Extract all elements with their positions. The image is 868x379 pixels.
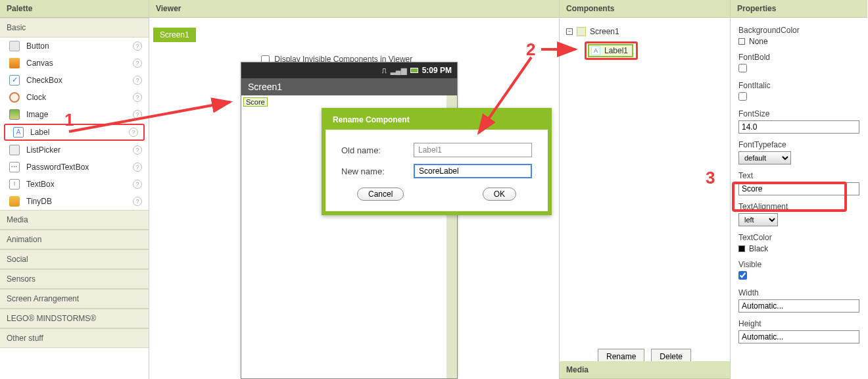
prop-height-label: Height xyxy=(738,319,859,328)
phone-time: 5:09 PM xyxy=(422,66,452,75)
ok-button[interactable]: OK xyxy=(483,188,516,201)
prop-height-input[interactable] xyxy=(738,330,859,343)
prop-visible-checkbox[interactable] xyxy=(738,271,747,280)
tree-row-label1[interactable]: A Label1 xyxy=(585,40,723,61)
canvas-icon xyxy=(9,58,20,68)
palette-item-listpicker[interactable]: ListPicker ? xyxy=(0,141,149,159)
help-icon[interactable]: ? xyxy=(133,180,142,189)
tree-label: Label1 xyxy=(604,46,628,55)
palette-item-tinydb[interactable]: TinyDB ? xyxy=(0,193,149,210)
palette-item-image[interactable]: Image ? xyxy=(0,106,149,123)
palette-item-label: TinyDB xyxy=(26,197,133,206)
color-swatch-black xyxy=(738,245,745,252)
prop-fontsize-label: FontSize xyxy=(738,109,859,118)
palette-group-basic[interactable]: Basic xyxy=(0,18,149,38)
palette-group-animation[interactable]: Animation xyxy=(0,230,149,249)
palette-item-canvas[interactable]: Canvas ? xyxy=(0,55,149,72)
prop-width-label: Width xyxy=(738,288,859,297)
prop-textalign-label: TextAlignment xyxy=(738,202,859,211)
prop-width-input[interactable] xyxy=(738,299,859,313)
screen-selector[interactable]: Screen1 xyxy=(153,28,196,42)
prop-fontitalic-checkbox[interactable] xyxy=(738,92,747,101)
dialog-title: Rename Component xyxy=(325,111,548,130)
score-label-preview[interactable]: Score xyxy=(243,97,268,107)
palette-item-label: Image xyxy=(26,110,133,119)
palette-item-checkbox[interactable]: ✓ CheckBox ? xyxy=(0,72,149,89)
palette-group-media[interactable]: Media xyxy=(0,210,149,230)
prop-backgroundcolor-label: BackgroundColor xyxy=(738,26,859,35)
palette-group-lego[interactable]: LEGO® MINDSTORMS® xyxy=(0,309,149,328)
help-icon[interactable]: ? xyxy=(133,76,142,85)
palette-item-passwordtextbox[interactable]: ••• PasswordTextBox ? xyxy=(0,159,149,176)
viewer-header: Viewer xyxy=(149,0,559,18)
components-panel: Components − Screen1 A Label1 Rename Del… xyxy=(560,0,731,379)
tree-row-screen1[interactable]: − Screen1 xyxy=(566,26,723,38)
tinydb-icon xyxy=(9,196,20,207)
palette-item-button[interactable]: Button ? xyxy=(0,38,149,55)
palette-item-label: Canvas xyxy=(26,59,133,68)
palette-group-social[interactable]: Social xyxy=(0,249,149,269)
prop-textcolor-label: TextColor xyxy=(738,233,859,242)
components-header: Components xyxy=(560,0,730,18)
palette-panel: Palette Basic Button ? Canvas ? ✓ CheckB… xyxy=(0,0,149,379)
prop-backgroundcolor-text: None xyxy=(749,37,768,46)
old-name-label: Old name: xyxy=(341,145,414,155)
signal-icon: ▂▄▆ xyxy=(391,66,406,75)
palette-item-label: PasswordTextBox xyxy=(26,163,133,172)
palette-header: Palette xyxy=(0,0,149,18)
help-icon[interactable]: ? xyxy=(133,163,142,172)
help-icon[interactable]: ? xyxy=(133,59,142,68)
color-swatch-none xyxy=(738,38,745,45)
network-icon: ⎍ xyxy=(382,66,387,74)
help-icon[interactable]: ? xyxy=(133,41,142,51)
prop-text-label: Text xyxy=(738,171,859,180)
phone-status-bar: ⎍ ▂▄▆ 5:09 PM xyxy=(241,63,457,78)
annotation-3: 3 xyxy=(706,168,715,188)
palette-item-textbox[interactable]: I TextBox ? xyxy=(0,176,149,193)
help-icon[interactable]: ? xyxy=(133,197,142,206)
listpicker-icon xyxy=(9,145,20,155)
prop-textcolor-value[interactable]: Black xyxy=(738,244,859,253)
properties-panel: Properties BackgroundColor None FontBold… xyxy=(731,0,867,379)
palette-group-other[interactable]: Other stuff xyxy=(0,328,149,348)
prop-visible-label: Visible xyxy=(738,260,859,269)
media-header: Media xyxy=(560,361,730,379)
tree-collapse-icon[interactable]: − xyxy=(566,28,573,35)
palette-item-label: CheckBox xyxy=(26,76,133,85)
clock-icon xyxy=(9,92,20,103)
prop-fonttypeface-select[interactable]: default xyxy=(738,151,791,164)
new-name-input[interactable] xyxy=(414,164,532,178)
old-name-input[interactable] xyxy=(414,143,532,157)
screen-icon xyxy=(577,27,586,36)
help-icon[interactable]: ? xyxy=(133,145,142,155)
palette-item-label-text: Label xyxy=(30,128,129,137)
help-icon[interactable]: ? xyxy=(133,110,142,119)
help-icon[interactable]: ? xyxy=(129,128,138,137)
checkbox-icon: ✓ xyxy=(9,75,20,86)
palette-item-label[interactable]: A Label ? xyxy=(4,124,145,141)
cancel-button[interactable]: Cancel xyxy=(357,188,404,201)
palette-group-sensors[interactable]: Sensors xyxy=(0,269,149,289)
palette-item-label: TextBox xyxy=(26,180,133,189)
prop-fontsize-input[interactable] xyxy=(738,120,859,134)
prop-backgroundcolor-value[interactable]: None xyxy=(738,37,859,46)
textbox-icon: I xyxy=(9,179,20,190)
label-icon: A xyxy=(13,127,24,138)
help-icon[interactable]: ? xyxy=(133,93,142,102)
new-name-label: New name: xyxy=(341,166,414,176)
prop-fontbold-checkbox[interactable] xyxy=(738,64,747,72)
prop-text-input[interactable] xyxy=(738,182,859,195)
prop-textalign-select[interactable]: left xyxy=(738,213,778,226)
button-icon xyxy=(9,41,20,51)
battery-icon xyxy=(410,68,418,73)
palette-item-clock[interactable]: Clock ? xyxy=(0,89,149,106)
prop-fonttypeface-label: FontTypeface xyxy=(738,140,859,149)
selection-highlight: A Label1 xyxy=(585,41,638,60)
palette-item-label: ListPicker xyxy=(26,145,133,155)
palette-item-label: Button xyxy=(26,41,133,51)
tree-label: Screen1 xyxy=(590,27,619,36)
palette-group-screenarr[interactable]: Screen Arrangement xyxy=(0,289,149,309)
password-icon: ••• xyxy=(9,162,20,172)
annotation-1: 1 xyxy=(64,110,74,130)
prop-textcolor-text: Black xyxy=(749,244,768,253)
